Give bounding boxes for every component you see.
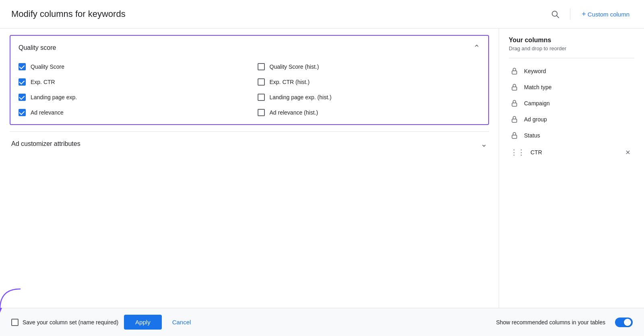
- dialog-title: Modify columns for keywords: [11, 9, 540, 19]
- footer-right: Show recommended columns in your tables: [496, 318, 633, 327]
- quality-score-section: Quality score ⌃ Quality Score Quality: [10, 35, 489, 125]
- cb-ad-relevance: [19, 109, 26, 116]
- column-item-ad-group: Ad group: [509, 111, 634, 127]
- checkbox-ad-relevance-hist[interactable]: Ad relevance (hist.): [258, 109, 481, 116]
- cb-quality-score: [19, 63, 26, 70]
- header-divider: [570, 8, 570, 20]
- cb-landing-page-hist-label: Landing page exp. (hist.): [270, 94, 332, 100]
- checkbox-landing-page[interactable]: Landing page exp.: [19, 94, 242, 101]
- column-ctr-label: CTR: [530, 149, 542, 156]
- cb-ad-relevance-label: Ad relevance: [31, 109, 64, 116]
- dialog-footer: Save your column set (name required) App…: [0, 308, 644, 336]
- column-ad-group-label: Ad group: [524, 116, 547, 123]
- search-button[interactable]: [548, 7, 562, 21]
- lock-icon-keyword: [510, 67, 518, 75]
- apply-button[interactable]: Apply: [124, 315, 162, 330]
- close-icon-ctr: [625, 149, 631, 156]
- left-panel: Quality score ⌃ Quality Score Quality: [0, 29, 499, 308]
- column-campaign-label: Campaign: [524, 100, 550, 107]
- lock-icon-status: [510, 131, 518, 139]
- ctr-left: ⋮⋮ CTR: [510, 148, 542, 157]
- column-item-ctr: ⋮⋮ CTR: [509, 143, 634, 161]
- column-keyword-label: Keyword: [524, 68, 546, 74]
- lock-icon-ad-group: [510, 115, 518, 123]
- column-match-type-label: Match type: [524, 84, 551, 90]
- cb-quality-score-label: Quality Score: [31, 64, 64, 70]
- cb-quality-score-hist-label: Quality Score (hist.): [270, 64, 319, 70]
- custom-column-button[interactable]: + Custom column: [578, 8, 633, 21]
- show-recommended-toggle[interactable]: [615, 318, 633, 327]
- lock-icon-campaign: [510, 99, 518, 107]
- remove-ctr-button[interactable]: [623, 148, 633, 157]
- ad-customizer-title: Ad customizer attributes: [11, 140, 80, 148]
- column-item-campaign: Campaign: [509, 95, 634, 111]
- save-label: Save your column set (name required): [23, 319, 118, 326]
- svg-line-1: [557, 16, 559, 18]
- ad-customizer-chevron-down: ⌄: [481, 139, 487, 149]
- dialog-body: Quality score ⌃ Quality Score Quality: [0, 29, 644, 308]
- plus-icon: +: [582, 10, 586, 18]
- save-checkbox-area: Save your column set (name required): [11, 319, 118, 326]
- cb-exp-ctr-hist-label: Exp. CTR (hist.): [270, 79, 310, 85]
- svg-rect-5: [512, 119, 517, 122]
- custom-column-label: Custom column: [588, 11, 630, 18]
- svg-rect-4: [512, 103, 517, 106]
- column-item-status: Status: [509, 127, 634, 143]
- quality-score-chevron-up: ⌃: [473, 43, 480, 53]
- quality-score-content: Quality Score Quality Score (hist.) Exp.…: [10, 60, 488, 124]
- ad-customizer-section: Ad customizer attributes ⌄: [10, 131, 489, 156]
- your-columns-title: Your columns: [509, 37, 634, 44]
- show-recommended-label: Show recommended columns in your tables: [496, 319, 605, 326]
- cb-exp-ctr-hist: [258, 78, 265, 86]
- checkbox-quality-score-hist[interactable]: Quality Score (hist.): [258, 63, 481, 70]
- toggle-slider: [615, 318, 633, 327]
- footer-left: Save your column set (name required) App…: [11, 315, 196, 330]
- dialog-header: Modify columns for keywords + Custom col…: [0, 0, 644, 29]
- checkboxes-grid: Quality Score Quality Score (hist.) Exp.…: [19, 63, 480, 116]
- checkbox-landing-page-hist[interactable]: Landing page exp. (hist.): [258, 94, 481, 101]
- search-icon: [551, 10, 559, 18]
- cb-exp-ctr: [19, 78, 26, 86]
- quality-score-title: Quality score: [19, 44, 56, 51]
- column-item-keyword: Keyword: [509, 63, 634, 79]
- drag-handle-ctr[interactable]: ⋮⋮: [510, 148, 525, 157]
- cb-ad-relevance-hist: [258, 109, 265, 116]
- save-checkbox[interactable]: [11, 319, 19, 326]
- cb-ad-relevance-hist-label: Ad relevance (hist.): [270, 109, 318, 116]
- drag-drop-subtitle: Drag and drop to reorder: [509, 45, 634, 51]
- right-panel: Your columns Drag and drop to reorder Ke…: [499, 29, 644, 308]
- cb-landing-page-label: Landing page exp.: [31, 94, 77, 100]
- svg-rect-2: [512, 71, 517, 74]
- quality-score-section-header[interactable]: Quality score ⌃: [10, 36, 488, 60]
- ad-customizer-section-header[interactable]: Ad customizer attributes ⌄: [10, 132, 489, 156]
- column-item-match-type: Match type: [509, 79, 634, 95]
- column-status-label: Status: [524, 132, 540, 139]
- right-panel-divider: [509, 58, 634, 58]
- svg-rect-6: [512, 135, 517, 138]
- checkbox-exp-ctr-hist[interactable]: Exp. CTR (hist.): [258, 78, 481, 86]
- cb-landing-page-hist: [258, 94, 265, 101]
- lock-icon-match-type: [510, 83, 518, 91]
- checkbox-ad-relevance[interactable]: Ad relevance: [19, 109, 242, 116]
- cancel-button[interactable]: Cancel: [167, 315, 196, 330]
- modify-columns-dialog: Modify columns for keywords + Custom col…: [0, 0, 644, 336]
- cb-landing-page: [19, 94, 26, 101]
- cb-quality-score-hist: [258, 63, 265, 70]
- cb-exp-ctr-label: Exp. CTR: [31, 79, 55, 85]
- checkbox-quality-score[interactable]: Quality Score: [19, 63, 242, 70]
- footer-wrapper: Save your column set (name required) App…: [0, 308, 644, 336]
- checkbox-exp-ctr[interactable]: Exp. CTR: [19, 78, 242, 86]
- svg-rect-3: [512, 87, 517, 90]
